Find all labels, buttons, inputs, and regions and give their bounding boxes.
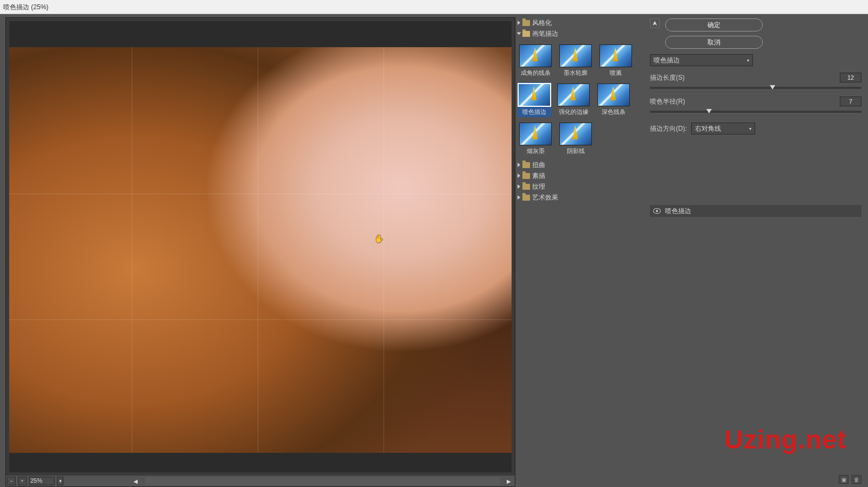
preset-强化的边缘[interactable]: 强化的边缘 [557,84,590,116]
disclosure-triangle-icon [518,21,520,25]
preset-grid: 成角的线条墨水轮廓喷溅喷色描边强化的边缘深色线条烟灰墨阴影线 [515,39,646,159]
disclosure-triangle-icon [518,174,520,178]
preset-label: 深色线条 [602,108,626,116]
preset-深色线条[interactable]: 深色线条 [597,84,630,116]
disclosure-triangle-icon [517,33,521,35]
preview-footer: − + 25% ▾ ◀ ▶ [6,476,515,486]
grid-line [9,194,512,194]
disclosure-triangle-icon [518,195,520,200]
spray-radius-slider[interactable] [650,111,861,113]
preset-label: 成角的线条 [521,69,551,77]
preset-阴影线[interactable]: 阴影线 [559,123,592,155]
hand-cursor-icon: ✋ [374,234,384,243]
horizontal-scrollbar[interactable] [145,477,500,485]
spray-radius-label: 喷色半径(R) [650,97,685,106]
preset-thumbnail [557,84,590,106]
preview-canvas[interactable]: ✋ [9,21,512,472]
stroke-length-slider[interactable] [650,87,861,89]
slider-thumb-icon[interactable] [706,109,712,113]
grid-line [258,47,258,453]
zoom-in-button[interactable]: + [18,477,27,485]
controls-panel: ⮝ 确定 取消 喷色描边 ▾ 描边长度(S) 喷色半径(R) [646,14,868,487]
direction-select-value: 右对角线 [695,124,721,133]
stroke-length-label: 描边长度(S) [650,73,685,82]
preset-label: 喷色描边 [522,108,546,116]
zoom-dropdown-button[interactable]: ▾ [57,477,63,485]
grid-line [384,47,384,453]
folder-icon [522,184,530,190]
new-effect-layer-button[interactable]: ▣ [839,475,848,484]
preset-thumbnail [559,44,592,67]
preset-label: 阴影线 [567,147,585,155]
preview-image [9,47,512,453]
filter-gallery: 风格化画笔描边成角的线条墨水轮廓喷溅喷色描边强化的边缘深色线条烟灰墨阴影线扭曲素… [515,14,646,487]
folder-icon [522,20,530,26]
filter-category-扭曲[interactable]: 扭曲 [515,159,646,170]
category-label: 素描 [532,171,545,181]
preset-thumbnail [599,44,632,67]
stroke-length-input[interactable] [840,73,861,82]
preset-thumbnail [597,84,630,106]
preset-label: 强化的边缘 [559,108,589,116]
folder-icon [522,173,530,179]
chevron-down-icon: ▾ [747,58,749,63]
zoom-level-field[interactable]: 25% [29,477,55,485]
ok-button[interactable]: 确定 [665,18,763,31]
preset-烟灰墨[interactable]: 烟灰墨 [519,123,552,155]
collapse-gallery-button[interactable]: ⮝ [650,18,660,28]
folder-icon [522,162,530,168]
filter-category-纹理[interactable]: 纹理 [515,181,646,192]
preset-label: 喷溅 [610,69,622,77]
effect-layer-row[interactable]: 喷色描边 [650,205,861,217]
preset-label: 墨水轮廓 [564,69,588,77]
grid-line [132,47,132,453]
filter-category-素描[interactable]: 素描 [515,170,646,181]
direction-label: 描边方向(D): [650,124,687,133]
filter-category-艺术效果[interactable]: 艺术效果 [515,192,646,203]
direction-select[interactable]: 右对角线 ▾ [691,123,755,134]
folder-icon [522,195,530,201]
category-label: 扭曲 [532,161,545,170]
window-titlebar: 喷色描边 (25%) [0,0,868,14]
preset-thumbnail [559,123,592,145]
category-label: 艺术效果 [532,193,558,202]
preset-喷溅[interactable]: 喷溅 [599,44,633,77]
filter-select[interactable]: 喷色描边 ▾ [650,54,753,66]
category-label: 纹理 [532,182,545,191]
category-label: 风格化 [532,18,552,28]
visibility-eye-icon[interactable] [653,208,661,214]
preset-墨水轮廓[interactable]: 墨水轮廓 [559,44,592,77]
scroll-right-button[interactable]: ▶ [504,477,514,485]
preset-thumbnail [518,84,551,106]
scroll-left-button[interactable]: ◀ [131,477,141,485]
preset-成角的线条[interactable]: 成角的线条 [519,44,552,77]
delete-effect-layer-button[interactable]: 🗑 [852,475,861,484]
folder-icon [522,31,530,37]
preview-pane: ✋ − + 25% ▾ ◀ ▶ [0,14,515,487]
disclosure-triangle-icon [518,184,520,189]
spray-radius-input[interactable] [840,97,861,106]
cancel-button[interactable]: 取消 [665,36,763,49]
slider-thumb-icon[interactable] [770,85,775,89]
preset-喷色描边[interactable]: 喷色描边 [518,82,551,117]
grid-line [9,319,512,320]
preset-thumbnail [519,44,552,67]
filter-category-风格化[interactable]: 风格化 [515,17,646,28]
chevron-down-icon: ▾ [749,126,751,131]
preset-label: 烟灰墨 [527,147,545,155]
filter-select-value: 喷色描边 [654,56,680,65]
category-label: 画笔描边 [532,29,558,39]
preset-thumbnail [519,123,552,145]
disclosure-triangle-icon [518,163,520,167]
effect-layer-name: 喷色描边 [665,207,691,216]
zoom-out-button[interactable]: − [7,477,16,485]
window-title: 喷色描边 (25%) [3,3,48,11]
filter-category-画笔描边[interactable]: 画笔描边 [515,28,646,39]
